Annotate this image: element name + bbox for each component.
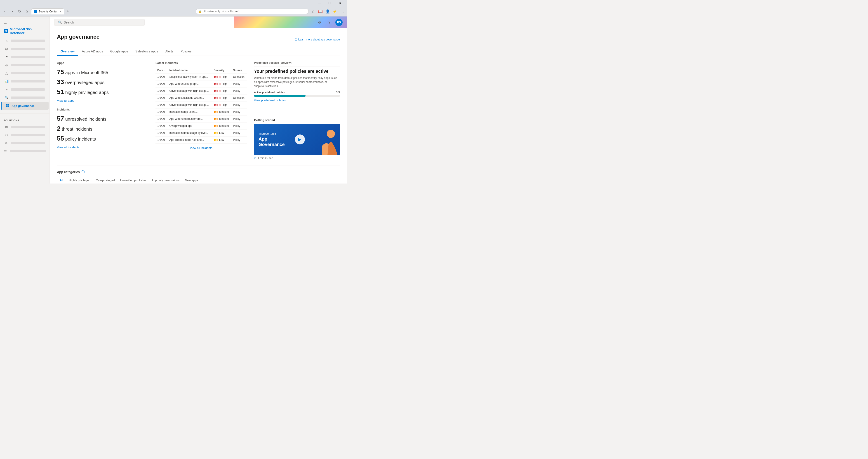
more-button[interactable]: ••• bbox=[0, 147, 50, 155]
title-bar-controls[interactable]: — ❐ × bbox=[314, 0, 345, 6]
home-button[interactable]: ⌂ bbox=[24, 8, 30, 14]
sidebar-item-hunting[interactable]: ⊙ bbox=[1, 61, 49, 69]
cell-source: Policy bbox=[231, 101, 247, 109]
tab-close-button[interactable]: × bbox=[60, 10, 61, 13]
category-tab-highly-privileged[interactable]: Highly privileged bbox=[66, 177, 93, 184]
severity-dot-2 bbox=[216, 132, 218, 134]
settings-button[interactable]: ⚙ bbox=[315, 18, 323, 26]
predefined-policies-title: Predefined policies (preview) bbox=[254, 61, 340, 66]
cell-incident-name: Unverified app with high usage... bbox=[168, 88, 212, 94]
favorites-button[interactable]: ☆ bbox=[310, 8, 316, 14]
cell-source: Policy bbox=[231, 109, 247, 116]
sidebar-item-threats[interactable]: ◎ bbox=[1, 45, 49, 53]
restore-button[interactable]: ❐ bbox=[324, 0, 335, 6]
severity-dot-2 bbox=[216, 118, 218, 120]
video-thumbnail[interactable]: Microsoft 365 AppGovernance ▶ bbox=[254, 124, 340, 155]
video-app-gov-label: AppGovernance bbox=[258, 136, 285, 147]
help-button[interactable]: ? bbox=[326, 18, 334, 26]
forward-button[interactable]: › bbox=[9, 8, 16, 14]
cell-source: Policy bbox=[231, 122, 247, 129]
sidebar-header: ☰ bbox=[0, 18, 50, 25]
menu-button[interactable]: … bbox=[339, 8, 345, 14]
sidebar-item-reports[interactable]: 📊 bbox=[1, 78, 49, 85]
browser-nav-controls[interactable]: ‹ › ↻ ⌂ bbox=[2, 8, 30, 14]
view-all-incidents-link[interactable]: View all incidents bbox=[155, 146, 247, 150]
table-row[interactable]: 1/1/20 Unverified app with high usage...… bbox=[155, 88, 247, 94]
tab-overview[interactable]: Overview bbox=[57, 47, 78, 56]
search-nav-icon: 🔍 bbox=[4, 96, 8, 100]
table-row[interactable]: 1/1/20 Suspicious activity seen in app..… bbox=[155, 73, 247, 81]
reader-button[interactable]: 📖 bbox=[317, 8, 323, 14]
category-tab-app-only[interactable]: App only permissions bbox=[149, 177, 182, 184]
sidebar-item-incidents[interactable]: ⚑ bbox=[1, 53, 49, 61]
brand-logo[interactable]: M Microsoft 365 Defender bbox=[0, 25, 50, 37]
tab-salesforce[interactable]: Salesforce apps bbox=[132, 47, 162, 56]
sidebar-item-home[interactable]: ⌂ bbox=[1, 37, 49, 44]
extensions-button[interactable]: ⚡ bbox=[332, 8, 338, 14]
tab-azure-ad[interactable]: Azure AD apps bbox=[78, 47, 106, 56]
category-tab-unverified[interactable]: Unverified publisher bbox=[118, 177, 149, 184]
category-tab-all[interactable]: All bbox=[57, 177, 66, 184]
cell-source: Policy bbox=[231, 116, 247, 122]
sidebar-item-sol1[interactable]: ⊞ bbox=[1, 123, 49, 131]
table-row[interactable]: 1/1/20 App with suspicious OAuth... High… bbox=[155, 94, 247, 101]
app-shell: ☰ M Microsoft 365 Defender ⌂ ◎ ⚑ ⊙ △ 📊 bbox=[0, 17, 347, 184]
tab-alerts[interactable]: Alerts bbox=[162, 47, 177, 56]
new-tab-button[interactable]: + bbox=[65, 8, 71, 14]
category-tab-new-apps[interactable]: New apps bbox=[182, 177, 201, 184]
sidebar-item-sol2[interactable]: ⊙ bbox=[1, 131, 49, 139]
learn-more-link[interactable]: ⓘ Learn more about app governance bbox=[295, 38, 340, 41]
cell-incident-name: Increase in app users... bbox=[168, 109, 212, 116]
active-tab[interactable]: Security Center × bbox=[31, 8, 64, 14]
sidebar-item-search[interactable]: 🔍 bbox=[1, 94, 49, 101]
col-date[interactable]: Date ↑ bbox=[155, 67, 168, 73]
play-button[interactable]: ▶ bbox=[295, 134, 305, 145]
table-row[interactable]: 1/1/20 Unverified app with high usage...… bbox=[155, 101, 247, 109]
reload-button[interactable]: ↻ bbox=[16, 8, 23, 14]
address-bar[interactable]: 🔒 https://security.microsoft.com/ bbox=[196, 8, 309, 14]
sidebar-item-config[interactable]: ≡ bbox=[1, 86, 49, 93]
user-avatar[interactable]: RS bbox=[335, 19, 343, 26]
cell-date: 1/1/20 bbox=[155, 94, 168, 101]
cell-source: Policy bbox=[231, 88, 247, 94]
cell-severity: High bbox=[212, 94, 231, 101]
cell-incident-name: App with numerous errors... bbox=[168, 116, 212, 122]
tab-favicon bbox=[34, 10, 37, 13]
profile-button[interactable]: 👤 bbox=[324, 8, 331, 14]
severity-dot bbox=[214, 139, 216, 141]
sidebar-item-alerts[interactable]: △ bbox=[1, 69, 49, 77]
table-row[interactable]: 1/1/20 Increase in app users... Medium P… bbox=[155, 109, 247, 116]
video-ms365-label: Microsoft 365 bbox=[258, 132, 285, 135]
sidebar-item-sol3[interactable]: ✏ bbox=[1, 139, 49, 147]
hamburger-icon[interactable]: ☰ bbox=[4, 20, 7, 24]
search-bar[interactable]: 🔍 bbox=[54, 19, 145, 26]
table-row[interactable]: 1/1/20 App with unused graph... High Pol… bbox=[155, 81, 247, 88]
view-all-apps-link[interactable]: View all apps bbox=[57, 99, 74, 102]
category-tab-overprivileged[interactable]: Overprivileged bbox=[93, 177, 118, 184]
table-row[interactable]: 1/1/20 Overprivileged app Medium Policy bbox=[155, 122, 247, 129]
table-row[interactable]: 1/1/20 App with numerous errors... Mediu… bbox=[155, 116, 247, 122]
tab-google-apps[interactable]: Google apps bbox=[107, 47, 132, 56]
severity-dot-2 bbox=[216, 83, 218, 85]
svg-rect-2 bbox=[6, 106, 7, 108]
table-row[interactable]: 1/1/20 Increase in data usage by over...… bbox=[155, 129, 247, 136]
cell-source: Policy bbox=[231, 129, 247, 136]
svg-rect-1 bbox=[7, 104, 9, 105]
incidents-stat-3: 55 policy incidents bbox=[57, 134, 148, 143]
content-grid: Apps 75 apps in Microsoft 365 33 overpri… bbox=[57, 61, 340, 160]
view-all-incidents-link-left[interactable]: View all incidents bbox=[57, 146, 79, 149]
minimize-button[interactable]: — bbox=[314, 0, 324, 6]
severity-dot bbox=[214, 104, 216, 106]
back-button[interactable]: ‹ bbox=[2, 8, 8, 14]
sol1-icon: ⊞ bbox=[4, 125, 8, 129]
cell-severity: High bbox=[212, 73, 231, 81]
table-row[interactable]: 1/1/20 App creates inbox rule and .. Low… bbox=[155, 136, 247, 144]
sidebar-item-app-governance[interactable]: App governance bbox=[1, 102, 49, 110]
tab-policies[interactable]: Policies bbox=[177, 47, 195, 56]
search-input[interactable] bbox=[64, 21, 141, 24]
reports-icon: 📊 bbox=[4, 79, 8, 83]
categories-info-icon[interactable]: ⓘ bbox=[82, 170, 85, 174]
severity-text: Medium bbox=[219, 117, 229, 120]
view-predefined-policies-link[interactable]: View predefined policies bbox=[254, 98, 340, 102]
close-button[interactable]: × bbox=[335, 0, 345, 6]
